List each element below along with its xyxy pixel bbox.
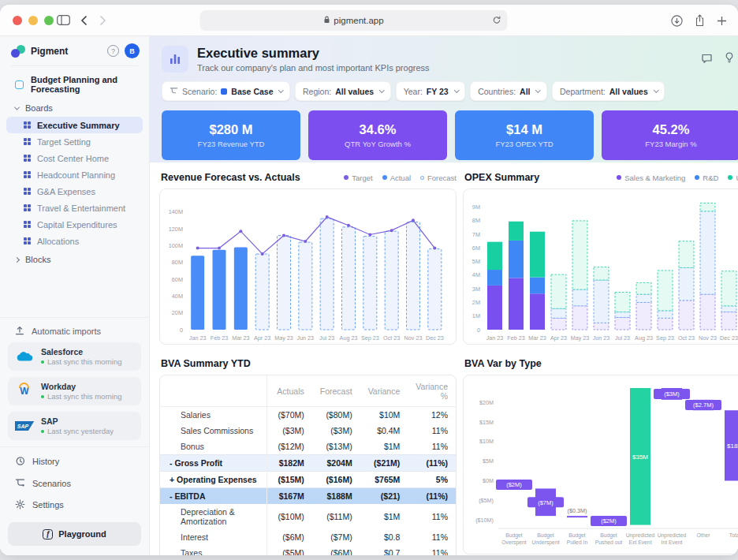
opex-segment[interactable] <box>551 318 566 330</box>
import-card-workday[interactable]: WWorkdayLast sync this morning <box>8 377 141 405</box>
kpi-card-fy23-revenue-ytd[interactable]: $280 MFY23 Revenue YTD <box>162 110 300 160</box>
opex-segment[interactable] <box>509 222 524 241</box>
kpi-card-fy23-opex-ytd[interactable]: $14 MFY23 OPEX YTD <box>455 110 594 160</box>
opex-segment[interactable] <box>721 271 736 306</box>
target-point[interactable] <box>326 215 329 218</box>
opex-segment[interactable] <box>572 221 587 289</box>
opex-segment[interactable] <box>594 280 609 323</box>
waterfall-bar[interactable] <box>567 516 587 517</box>
sidebar-item-allocations[interactable]: Allocations <box>6 233 143 249</box>
opex-segment[interactable] <box>700 294 715 330</box>
opex-segment[interactable] <box>594 323 609 330</box>
workspace-item[interactable]: Budget Planning and Forecasting <box>0 68 149 98</box>
new-tab-icon[interactable] <box>717 15 727 29</box>
actual-bar[interactable] <box>191 256 204 330</box>
sidebar-item-headcount-planning[interactable]: Headcount Planning <box>6 166 143 183</box>
target-point[interactable] <box>390 229 393 232</box>
opex-segment[interactable] <box>615 312 630 318</box>
table-row[interactable]: - EBITDA$167M$188M($21)(11%) <box>160 488 456 505</box>
minimize-window-button[interactable] <box>28 16 38 25</box>
opex-segment[interactable] <box>551 308 566 318</box>
actual-bar[interactable] <box>213 250 226 330</box>
legend-item[interactable]: Sales & Marketing <box>617 174 685 182</box>
target-point[interactable] <box>196 247 199 250</box>
legend-item[interactable]: R&D <box>695 174 718 182</box>
close-window-button[interactable] <box>13 16 22 25</box>
kpi-card-qtr-yoy-growth-[interactable]: 34.6%QTR YoY Growth % <box>308 110 447 160</box>
opex-segment[interactable] <box>487 242 502 270</box>
forecast-bar[interactable] <box>278 236 291 330</box>
sidebar-item-settings[interactable]: Settings <box>0 494 149 516</box>
opex-segment[interactable] <box>636 282 651 294</box>
opex-segment[interactable] <box>679 241 694 268</box>
actual-bar[interactable] <box>234 247 248 330</box>
opex-segment[interactable] <box>679 267 694 300</box>
filter-year[interactable]: Year:FY 23 <box>396 81 465 101</box>
table-row[interactable]: Bonus($12M)($13M)$1M11% <box>160 439 456 455</box>
table-row[interactable]: Interest($6M)($7M)$0.811% <box>160 529 456 545</box>
table-row[interactable]: Depreciation & Amortization($10M)($11M)$… <box>160 504 456 529</box>
import-card-sap[interactable]: SAPSAPLast sync yesterday <box>8 412 141 440</box>
filter-region[interactable]: Region:All values <box>295 81 391 101</box>
target-point[interactable] <box>412 218 415 222</box>
opex-segment[interactable] <box>721 306 736 312</box>
forward-icon[interactable] <box>99 15 106 26</box>
table-row[interactable]: + Operating Expenses($15M)($16M)$765M5% <box>160 472 456 488</box>
sidebar-item-travel-entertainment[interactable]: Travel & Entertainment <box>6 200 143 216</box>
opex-segment[interactable] <box>658 311 673 318</box>
sidebar-item-cost-center-home[interactable]: Cost Center Home <box>6 150 143 166</box>
opex-segment[interactable] <box>594 267 609 280</box>
forecast-bar[interactable] <box>363 237 377 330</box>
legend-item[interactable]: Actual <box>382 174 411 182</box>
download-icon[interactable] <box>671 15 683 30</box>
legend-item[interactable]: Target <box>344 174 372 182</box>
legend-item[interactable]: Utilities <box>728 174 738 182</box>
opex-segment[interactable] <box>615 293 630 312</box>
sidebar-toggle-icon[interactable] <box>57 15 70 25</box>
playground-button[interactable]: ƒ Playground <box>8 522 141 546</box>
table-row[interactable]: Salaries($70M)($80M)$10M12% <box>160 407 456 424</box>
opex-segment[interactable] <box>551 274 566 308</box>
table-row[interactable]: Taxes($5M)($6M)$0.711% <box>160 545 456 555</box>
opex-segment[interactable] <box>658 318 673 330</box>
forecast-bar[interactable] <box>407 222 420 330</box>
forecast-bar[interactable] <box>428 249 442 330</box>
comment-icon[interactable] <box>701 53 713 67</box>
target-point[interactable] <box>368 233 371 236</box>
opex-segment[interactable] <box>509 241 524 278</box>
target-point[interactable] <box>218 247 221 250</box>
forecast-bar[interactable] <box>320 218 334 330</box>
forecast-bar[interactable] <box>299 242 312 330</box>
filter-department[interactable]: Department:All values <box>552 81 665 101</box>
opex-segment[interactable] <box>721 312 736 330</box>
forecast-bar[interactable] <box>342 227 356 330</box>
sidebar-item-scenarios[interactable]: Scenarios <box>0 472 149 494</box>
forecast-bar[interactable] <box>255 254 269 330</box>
table-row[interactable]: Sales Commissions($3M)($3M)$0.4M11% <box>160 423 456 439</box>
sidebar-item-executive-summary[interactable]: Executive Summary <box>6 117 143 133</box>
avatar[interactable]: B <box>125 43 140 58</box>
opex-segment[interactable] <box>487 286 502 330</box>
sidebar-item-g-a-expenses[interactable]: G&A Expenses <box>6 183 143 200</box>
address-bar[interactable]: pigment.app <box>200 10 508 31</box>
forecast-bar[interactable] <box>385 231 398 330</box>
zoom-window-button[interactable] <box>44 16 54 25</box>
opex-segment[interactable] <box>615 317 630 330</box>
target-point[interactable] <box>304 240 307 243</box>
target-point[interactable] <box>239 230 242 233</box>
opex-segment[interactable] <box>636 302 651 330</box>
back-icon[interactable] <box>80 15 88 26</box>
reload-icon[interactable] <box>493 16 501 26</box>
lightbulb-icon[interactable] <box>725 52 733 67</box>
filter-scenario[interactable]: Scenario:Base Case <box>162 81 290 101</box>
filter-countries[interactable]: Countries:All <box>470 81 547 101</box>
kpi-card-fy23-margin-[interactable]: 45.2%FY23 Margin % <box>602 110 738 160</box>
opex-segment[interactable] <box>700 203 715 211</box>
target-point[interactable] <box>433 247 436 250</box>
target-point[interactable] <box>282 234 285 237</box>
target-point[interactable] <box>261 252 264 256</box>
opex-segment[interactable] <box>658 271 673 311</box>
boards-section-toggle[interactable]: Boards <box>0 98 149 117</box>
opex-segment[interactable] <box>572 289 587 306</box>
opex-segment[interactable] <box>487 270 502 286</box>
